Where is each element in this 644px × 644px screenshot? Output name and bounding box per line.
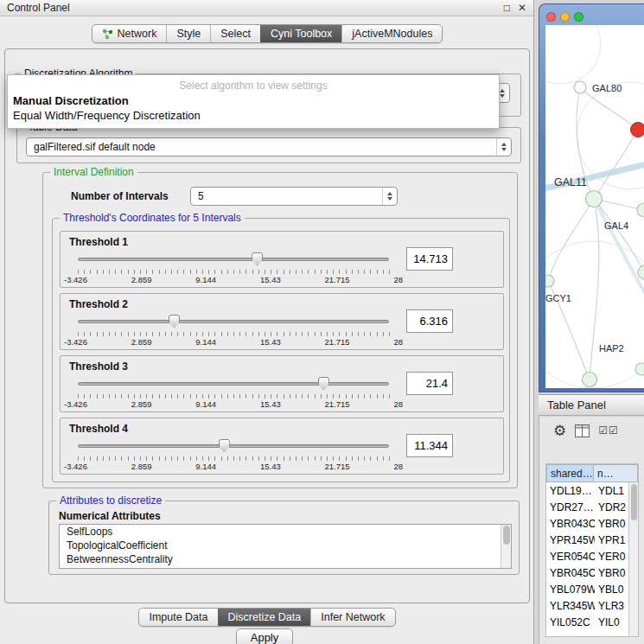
slider-thumb[interactable]: [169, 315, 180, 328]
threshold-3-value-field[interactable]: 21.4: [406, 372, 453, 395]
scrollbar-thumb[interactable]: [503, 526, 510, 545]
threshold-3-slider[interactable]: [78, 377, 389, 391]
network-canvas[interactable]: GAL80 GAL11 GAL4 GCY1 HAP2: [545, 25, 644, 388]
scale-tick-label: -3.426: [64, 337, 87, 347]
node-label-gcy1: GCY1: [545, 293, 571, 303]
table-cell[interactable]: YPR1: [595, 532, 630, 548]
dropdown-option-manual-discretization[interactable]: Manual Discretization: [8, 93, 499, 108]
table-cell[interactable]: YIL052C: [546, 614, 595, 630]
tab-style[interactable]: Style: [166, 25, 210, 42]
minimize-traffic-light-icon[interactable]: [560, 12, 570, 22]
network-node[interactable]: [586, 191, 603, 207]
table-cell[interactable]: YER0: [595, 548, 630, 564]
select-columns-checkbox-icons[interactable]: ☑☑: [598, 424, 619, 437]
slider-track[interactable]: [78, 258, 389, 261]
threshold-2-value-field[interactable]: 6.316: [406, 309, 453, 333]
network-node[interactable]: [545, 275, 554, 287]
gear-icon[interactable]: ⚙: [553, 424, 566, 438]
slider-track[interactable]: [78, 320, 389, 323]
scale-tick-label: 9.144: [195, 462, 216, 471]
tab-jactivemnodules[interactable]: jActiveMNodules: [341, 25, 442, 42]
table-row[interactable]: YDL19…YDL1: [546, 482, 638, 499]
slider-thumb[interactable]: [318, 377, 329, 390]
table-row[interactable]: YIL052CYIL0: [546, 614, 638, 630]
threshold-1-slider[interactable]: [78, 252, 389, 266]
dropdown-placeholder-option[interactable]: Select algorithm to view settings: [8, 78, 499, 93]
network-view-window: GAL80 GAL11 GAL4 GCY1 HAP2: [539, 3, 644, 392]
zoom-traffic-light-icon[interactable]: [574, 12, 583, 22]
tab-network-label: Network: [118, 28, 157, 40]
table-cell[interactable]: YLR3: [595, 597, 630, 614]
attribute-item[interactable]: SelfLoops: [60, 525, 511, 539]
table-cell[interactable]: YER054C: [546, 548, 595, 564]
tab-discretize-data[interactable]: Discretize Data: [218, 609, 311, 626]
number-of-intervals-combobox[interactable]: 5: [190, 187, 398, 206]
tab-jactivemnodules-label: jActiveMNodules: [352, 28, 432, 40]
table-scrollbar[interactable]: [628, 482, 638, 636]
tab-infer-network[interactable]: Infer Network: [310, 609, 394, 626]
table-row[interactable]: YER054CYER0: [546, 548, 638, 564]
close-icon[interactable]: ✕: [518, 2, 526, 14]
table-cell[interactable]: YBR0: [595, 564, 630, 581]
table-cell[interactable]: YIL0: [595, 614, 630, 630]
float-window-icon[interactable]: □: [504, 2, 510, 14]
attribute-item[interactable]: TopologicalCoefficient: [60, 539, 511, 552]
slider-ticks: [78, 456, 390, 461]
table-row[interactable]: YLR345WYLR3: [546, 597, 638, 614]
table-rows: YDL19…YDL1YDR27…YDR2YBR043CYBR0YPR145WYP…: [546, 482, 638, 630]
table-cell[interactable]: YBR043C: [546, 515, 595, 532]
network-node[interactable]: [583, 373, 597, 387]
table-cell[interactable]: YDR27…: [546, 499, 595, 515]
table-row[interactable]: YBL079WYBL0: [546, 581, 638, 597]
column-selector-icon[interactable]: [575, 424, 590, 437]
attribute-item[interactable]: BetweennessCentrality: [60, 552, 511, 566]
scrollbar-thumb[interactable]: [631, 484, 637, 520]
threshold-2-label: Threshold 2: [69, 298, 128, 310]
slider-track[interactable]: [78, 382, 389, 386]
table-row[interactable]: YDR27…YDR2: [546, 499, 638, 515]
table-cell[interactable]: YBL0: [595, 581, 630, 597]
scale-tick-label: 2.859: [131, 399, 152, 409]
slider-thumb[interactable]: [252, 252, 263, 265]
tab-network[interactable]: Network: [92, 25, 167, 42]
top-tab-bar: Network Style Select Cyni Toolbox jActiv…: [0, 24, 534, 43]
column-header-name[interactable]: n…: [594, 464, 638, 482]
threshold-1-value-field[interactable]: 14.713: [406, 247, 453, 271]
network-node[interactable]: [638, 265, 644, 279]
dropdown-option-equal-width-frequency[interactable]: Equal Width/Frequency Discretization: [8, 108, 499, 123]
threshold-2-slider[interactable]: [78, 315, 389, 328]
numerical-attributes-list[interactable]: SelfLoopsTopologicalCoefficientBetweenne…: [59, 524, 512, 569]
network-node-selected[interactable]: [631, 123, 644, 137]
number-of-intervals-label: Number of Intervals: [71, 190, 169, 202]
network-node[interactable]: [635, 363, 644, 375]
list-scrollbar[interactable]: [501, 525, 511, 568]
table-cell[interactable]: YBL079W: [546, 581, 595, 597]
threshold-4-value-field[interactable]: 11.344: [406, 434, 453, 457]
apply-button[interactable]: Apply: [236, 628, 293, 644]
slider-track[interactable]: [78, 444, 389, 448]
control-panel-window: Control Panel □ ✕ Network Style Select: [0, 0, 534, 644]
slider-thumb[interactable]: [219, 439, 230, 452]
table-cell[interactable]: YDR2: [595, 499, 630, 515]
table-row[interactable]: YBR045CYBR0: [546, 564, 638, 581]
scale-tick-label: 2.859: [131, 275, 152, 284]
close-traffic-light-icon[interactable]: [546, 12, 556, 22]
table-cell[interactable]: YLR345W: [546, 597, 595, 614]
tab-select[interactable]: Select: [210, 25, 260, 42]
table-row[interactable]: YBR043CYBR0: [546, 515, 638, 532]
tab-impute-data[interactable]: Impute Data: [139, 609, 217, 626]
table-cell[interactable]: YPR145W: [546, 532, 595, 548]
table-cell[interactable]: YBR0: [595, 515, 630, 532]
tab-cyni-toolbox[interactable]: Cyni Toolbox: [260, 25, 341, 42]
network-node[interactable]: [637, 203, 644, 217]
table-cell[interactable]: YDL1: [595, 482, 630, 499]
table-row[interactable]: YPR145WYPR1: [546, 532, 638, 548]
table-cell[interactable]: YDL19…: [546, 482, 595, 499]
threshold-4-slider[interactable]: [78, 439, 389, 453]
column-header-shared[interactable]: shared…: [546, 464, 594, 482]
node-label-gal11: GAL11: [554, 176, 587, 188]
table-data-combobox[interactable]: galFiltered.sif default node: [26, 137, 512, 156]
network-node[interactable]: [574, 81, 586, 93]
number-of-intervals-value: 5: [198, 190, 204, 202]
table-cell[interactable]: YBR045C: [546, 564, 595, 581]
